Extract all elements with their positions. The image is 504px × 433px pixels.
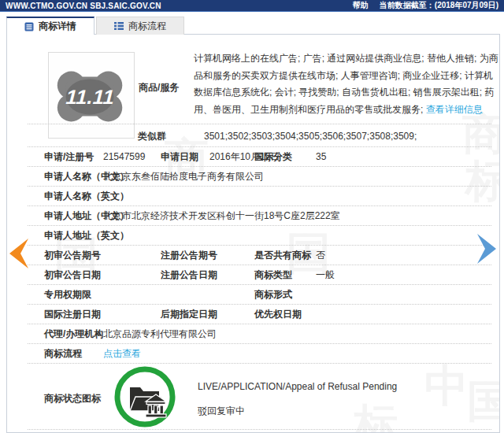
reg-gazette-date-label: 注册公告日期 bbox=[161, 265, 217, 285]
process-label: 商标流程 bbox=[44, 344, 82, 364]
trademark-detail-panel: 国 国 商 标 中 国 标 商 11.11 bbox=[6, 34, 500, 433]
status-live-icon bbox=[113, 365, 176, 428]
similar-group-value: 3501;3502;3503;3504;3505;3506;3507;3508;… bbox=[204, 131, 417, 142]
list-icon bbox=[114, 21, 124, 31]
row-registration: 申请/注册号 21547599 申请日期 2016年10月12日 国际分类 35 bbox=[7, 147, 499, 167]
applicant-en-label: 申请人名称（英文） bbox=[44, 187, 129, 206]
intl-reg-date-label: 国际注册日期 bbox=[44, 305, 101, 324]
tm-type-value: 一般 bbox=[316, 265, 335, 285]
row-intl-dates: 国际注册日期 后期指定日期 优先权日期 bbox=[7, 305, 499, 324]
row-address-cn: 申请人地址（中文） 北京市北京经济技术开发区科创十一街18号C座2层222室 bbox=[7, 206, 499, 226]
prev-arrow-button[interactable] bbox=[8, 238, 30, 269]
agency-value: 北京品源专利代理有限公司 bbox=[103, 324, 217, 344]
reg-no-label: 申请/注册号 bbox=[44, 147, 94, 167]
left-chevron-icon bbox=[8, 238, 30, 269]
row-exclusive-period: 专用权期限 商标形式 bbox=[7, 285, 499, 305]
tab-detail-label: 商标详情 bbox=[39, 20, 76, 33]
tm-type-label: 商标类型 bbox=[254, 265, 292, 285]
data-cutoff-date: 当前数据截至：(2018年07月09日) bbox=[380, 0, 498, 11]
document-icon bbox=[24, 22, 34, 31]
next-arrow-button[interactable] bbox=[476, 233, 498, 265]
row-address-en: 申请人地址（英文） bbox=[7, 226, 499, 246]
right-chevron-icon bbox=[476, 233, 498, 265]
row-gazette-no: 初审公告期号 注册公告期号 是否共有商标 否 bbox=[7, 246, 499, 265]
status-text-en: LIVE/APPLICATION/Appeal of Refusal Pendi… bbox=[198, 381, 397, 392]
row-gazette-date: 初审公告日期 注册公告日期 商标类型 一般 bbox=[7, 265, 499, 285]
page: WWW.CTMO.GOV.CN SBJ.SAIC.GOV.CN 帮助 当前数据截… bbox=[0, 0, 504, 433]
tab-trademark-process[interactable]: 商标流程 bbox=[96, 17, 184, 35]
tabstrip: 商标详情 商标流程 bbox=[6, 17, 184, 35]
shared-mark-value: 否 bbox=[316, 246, 325, 265]
status-text-cn: 驳回复审中 bbox=[198, 405, 245, 418]
field-rows: 申请/注册号 21547599 申请日期 2016年10月12日 国际分类 35… bbox=[7, 147, 499, 430]
reg-gazette-no-label: 注册公告期号 bbox=[161, 246, 217, 265]
addr-cn-value: 北京市北京经济技术开发区科创十一街18号C座2层222室 bbox=[103, 206, 340, 226]
topbar: WWW.CTMO.GOV.CN SBJ.SAIC.GOV.CN 帮助 当前数据截… bbox=[0, 0, 504, 12]
row-process: 商标流程 点击查看 bbox=[7, 344, 499, 364]
row-applicant-en: 申请人名称（英文） bbox=[7, 187, 499, 206]
tm-form-label: 商标形式 bbox=[254, 285, 292, 305]
svg-text:11.11: 11.11 bbox=[64, 86, 117, 108]
help-link[interactable]: 帮助 bbox=[353, 0, 369, 11]
trademark-image: 11.11 bbox=[48, 52, 135, 139]
goods-services-text: 计算机网络上的在线广告; 广告; 通过网站提供商业信息; 替他人推销; 为商品和… bbox=[194, 50, 499, 118]
status-icon-label: 商标状态图标 bbox=[44, 392, 101, 405]
row-applicant-cn: 申请人名称（中文） 北京京东叁佰陆拾度电子商务有限公司 bbox=[7, 167, 499, 187]
site-urls: WWW.CTMO.GOV.CN SBJ.SAIC.GOV.CN bbox=[6, 2, 161, 10]
tab-process-label: 商标流程 bbox=[128, 20, 166, 33]
agency-label: 代理/办理机构 bbox=[44, 324, 103, 344]
similar-group-label: 类似群 bbox=[138, 130, 166, 143]
tab-trademark-detail[interactable]: 商标详情 bbox=[6, 17, 94, 35]
priority-date-label: 优先权日期 bbox=[254, 305, 302, 324]
intl-class-label: 国际分类 bbox=[254, 147, 292, 167]
trademark-summary-section: 11.11 商品/服务 计算机网络上的在线广告; 广告; 通过网站提供商业信息;… bbox=[7, 35, 499, 147]
click-to-view-link[interactable]: 点击查看 bbox=[103, 344, 141, 364]
shared-mark-label: 是否共有商标 bbox=[254, 246, 311, 265]
divider bbox=[28, 124, 491, 124]
first-gazette-date-label: 初审公告日期 bbox=[44, 265, 101, 285]
applicant-cn-value: 北京京东叁佰陆拾度电子商务有限公司 bbox=[103, 167, 264, 187]
addr-en-label: 申请人地址（英文） bbox=[44, 226, 129, 246]
reg-no-value: 21547599 bbox=[103, 147, 145, 167]
row-status: 商标状态图标 LIVE/A bbox=[7, 364, 499, 430]
later-designation-label: 后期指定日期 bbox=[161, 305, 217, 324]
first-gazette-no-label: 初审公告期号 bbox=[44, 246, 101, 265]
row-agency: 代理/办理机构 北京品源专利代理有限公司 bbox=[7, 324, 499, 344]
exclusive-period-label: 专用权期限 bbox=[44, 285, 91, 305]
bone-mark-graphic: 11.11 bbox=[49, 53, 134, 138]
view-details-link[interactable]: 查看详细信息 bbox=[426, 104, 483, 115]
intl-class-value: 35 bbox=[316, 147, 326, 167]
app-date-label: 申请日期 bbox=[161, 147, 198, 167]
goods-services-label: 商品/服务 bbox=[139, 81, 179, 94]
